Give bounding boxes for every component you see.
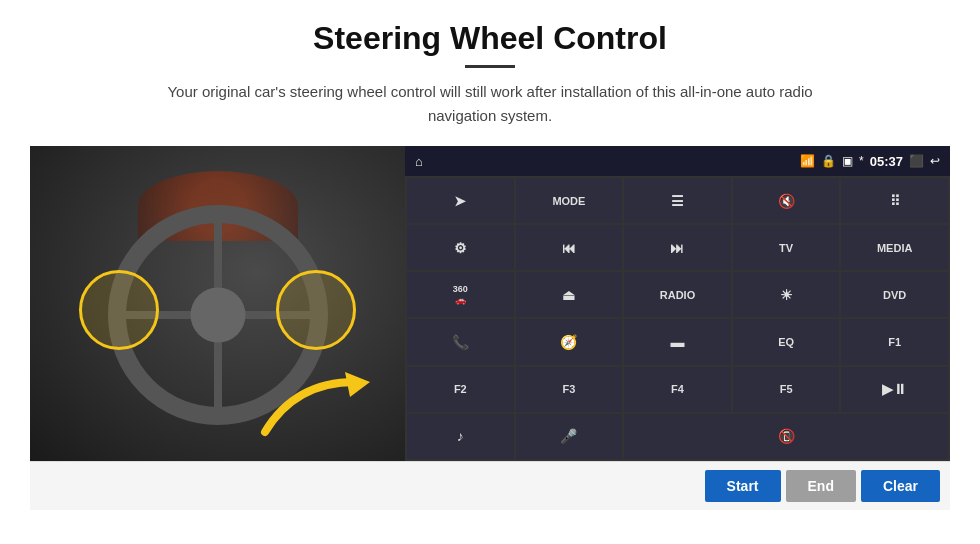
btn-brightness[interactable]: ☀ [733, 272, 840, 317]
highlight-circle-left [79, 270, 159, 350]
playpause-icon: ▶⏸ [882, 381, 907, 397]
home-icon: ⌂ [415, 154, 423, 169]
mute-icon: 🔇 [778, 193, 795, 209]
btn-eq[interactable]: EQ [733, 319, 840, 364]
screen2-icon: ▬ [670, 334, 684, 350]
panel-button-grid: ➤ MODE ☰ 🔇 ⠿ ⚙ ⏮ [405, 176, 950, 461]
bluetooth-icon: * [859, 154, 864, 168]
btn-phone2[interactable]: 📵 [624, 414, 948, 459]
btn-forward[interactable]: ⏭ [624, 225, 731, 270]
page-container: Steering Wheel Control Your original car… [0, 0, 980, 510]
control-panel: ⌂ 📶 🔒 ▣ * 05:37 ⬛ ↩ ➤ MODE [405, 146, 950, 461]
btn-f2[interactable]: F2 [407, 367, 514, 412]
f5-label: F5 [780, 383, 793, 395]
btn-music[interactable]: ♪ [407, 414, 514, 459]
forward-icon: ⏭ [670, 240, 684, 256]
start-button[interactable]: Start [705, 470, 781, 502]
btn-360[interactable]: 360🚗 [407, 272, 514, 317]
f2-label: F2 [454, 383, 467, 395]
sim-icon: ▣ [842, 154, 853, 168]
f4-label: F4 [671, 383, 684, 395]
mode-label: MODE [552, 195, 585, 207]
nav-icon: ➤ [454, 193, 466, 209]
btn-media[interactable]: MEDIA [841, 225, 948, 270]
page-subtitle: Your original car's steering wheel contr… [140, 80, 840, 128]
brightness-icon: ☀ [780, 287, 793, 303]
btn-playpause[interactable]: ▶⏸ [841, 367, 948, 412]
music-icon: ♪ [457, 428, 464, 444]
clear-button[interactable]: Clear [861, 470, 940, 502]
mic-icon: 🎤 [560, 428, 577, 444]
panel-statusbar: ⌂ 📶 🔒 ▣ * 05:37 ⬛ ↩ [405, 146, 950, 176]
steering-wheel-image [30, 146, 405, 461]
btn-phone[interactable]: 📞 [407, 319, 514, 364]
btn-dvd[interactable]: DVD [841, 272, 948, 317]
f1-label: F1 [888, 336, 901, 348]
radio-label: RADIO [660, 289, 695, 301]
btn-f5[interactable]: F5 [733, 367, 840, 412]
btn-apps[interactable]: ⠿ [841, 178, 948, 223]
btn-settings[interactable]: ⚙ [407, 225, 514, 270]
btn-mute[interactable]: 🔇 [733, 178, 840, 223]
btn-mic[interactable]: 🎤 [516, 414, 623, 459]
btn-rewind[interactable]: ⏮ [516, 225, 623, 270]
rewind-icon: ⏮ [562, 240, 576, 256]
status-time: 05:37 [870, 154, 903, 169]
btn-f4[interactable]: F4 [624, 367, 731, 412]
eq-label: EQ [778, 336, 794, 348]
lock-icon: 🔒 [821, 154, 836, 168]
screen-icon: ⬛ [909, 154, 924, 168]
media-label: MEDIA [877, 242, 912, 254]
phone-icon: 📞 [452, 334, 469, 350]
btn-nav[interactable]: ➤ [407, 178, 514, 223]
svg-marker-0 [345, 372, 370, 397]
wifi-icon: 📶 [800, 154, 815, 168]
settings-icon: ⚙ [454, 240, 467, 256]
apps-icon: ⠿ [890, 193, 900, 209]
btn-mode[interactable]: MODE [516, 178, 623, 223]
highlight-circle-right [276, 270, 356, 350]
btn-f3[interactable]: F3 [516, 367, 623, 412]
back-icon: ↩ [930, 154, 940, 168]
tv-label: TV [779, 242, 793, 254]
title-divider [465, 65, 515, 68]
nav2-icon: 🧭 [560, 334, 577, 350]
arrow [255, 362, 375, 446]
title-section: Steering Wheel Control Your original car… [30, 20, 950, 128]
phone2-icon: 📵 [778, 428, 795, 444]
menu-icon: ☰ [671, 193, 684, 209]
end-button[interactable]: End [786, 470, 856, 502]
dvd-label: DVD [883, 289, 906, 301]
btn-eject[interactable]: ⏏ [516, 272, 623, 317]
btn-tv[interactable]: TV [733, 225, 840, 270]
eject-icon: ⏏ [562, 287, 575, 303]
btn-radio[interactable]: RADIO [624, 272, 731, 317]
content-area: ⌂ 📶 🔒 ▣ * 05:37 ⬛ ↩ ➤ MODE [30, 146, 950, 461]
btn-screen[interactable]: ▬ [624, 319, 731, 364]
page-title: Steering Wheel Control [30, 20, 950, 57]
btn-menu[interactable]: ☰ [624, 178, 731, 223]
btn-f1[interactable]: F1 [841, 319, 948, 364]
f3-label: F3 [562, 383, 575, 395]
status-icons: 📶 🔒 ▣ * 05:37 ⬛ ↩ [800, 154, 940, 169]
bottom-bar: Start End Clear [30, 461, 950, 510]
btn-nav2[interactable]: 🧭 [516, 319, 623, 364]
cam360-icon: 360🚗 [453, 284, 468, 306]
